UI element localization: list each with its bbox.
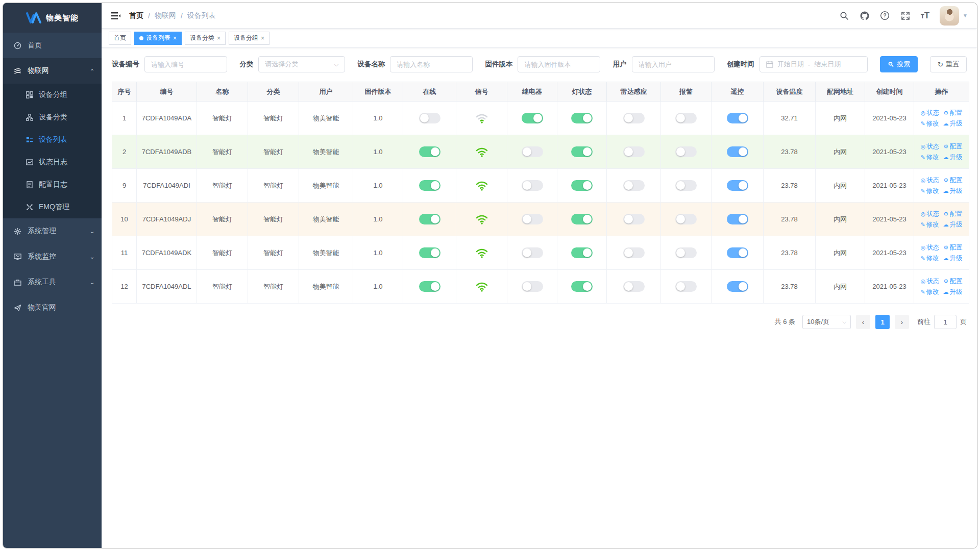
status-action-link[interactable]: ◎状态 xyxy=(921,242,940,253)
close-icon[interactable]: × xyxy=(261,35,264,42)
status-action-link[interactable]: ◎状态 xyxy=(921,175,940,186)
online-toggle[interactable] xyxy=(419,281,440,292)
radar-sense-toggle[interactable] xyxy=(623,113,645,123)
config-action-link[interactable]: ⚙︎配置 xyxy=(943,209,962,219)
github-icon[interactable] xyxy=(860,11,870,21)
edit-action-link[interactable]: ✎修改 xyxy=(920,186,939,196)
sidebar-item-config-log[interactable]: 配置日志 xyxy=(3,173,102,196)
sidebar-item-device-category[interactable]: 设备分类 xyxy=(3,106,102,129)
online-toggle[interactable] xyxy=(419,214,440,224)
prev-page-button[interactable]: ‹ xyxy=(856,315,870,329)
edit-action-link[interactable]: ✎修改 xyxy=(920,287,939,297)
remote-control-toggle[interactable] xyxy=(727,180,748,191)
edit-action-link[interactable]: ✎修改 xyxy=(920,219,939,230)
page-size-select[interactable]: 10条/页 ⌵ xyxy=(802,315,851,329)
alarm-toggle[interactable] xyxy=(675,214,697,224)
relay-toggle[interactable] xyxy=(522,146,543,157)
radar-sense-toggle[interactable] xyxy=(623,146,645,157)
config-action-link[interactable]: ⚙︎配置 xyxy=(943,141,962,152)
upgrade-action-link[interactable]: ☁︎升级 xyxy=(943,186,963,196)
close-icon[interactable]: × xyxy=(217,35,220,42)
tag-device-category[interactable]: 设备分类 × xyxy=(185,32,226,45)
firmware-input[interactable] xyxy=(518,56,600,72)
status-action-link[interactable]: ◎状态 xyxy=(921,276,940,287)
light-status-toggle[interactable] xyxy=(571,146,593,157)
tag-home[interactable]: 首页 xyxy=(109,32,131,45)
upgrade-action-link[interactable]: ☁︎升级 xyxy=(943,287,963,297)
radar-sense-toggle[interactable] xyxy=(623,281,645,292)
light-status-toggle[interactable] xyxy=(571,180,593,191)
alarm-toggle[interactable] xyxy=(675,146,697,157)
device-no-input[interactable] xyxy=(144,56,227,72)
sidebar-item-system-manage[interactable]: 系统管理 ⌄ xyxy=(3,218,102,244)
config-action-link[interactable]: ⚙︎配置 xyxy=(943,276,962,287)
alarm-toggle[interactable] xyxy=(675,247,697,258)
breadcrumb-home[interactable]: 首页 xyxy=(129,11,143,20)
user-input[interactable] xyxy=(632,56,715,72)
online-toggle[interactable] xyxy=(419,247,440,258)
relay-toggle[interactable] xyxy=(522,214,543,224)
sidebar-item-device-group[interactable]: 设备分组 xyxy=(3,84,102,106)
remote-control-toggle[interactable] xyxy=(727,113,748,123)
remote-control-toggle[interactable] xyxy=(727,247,748,258)
fullscreen-icon[interactable] xyxy=(900,11,911,21)
sidebar-item-official-site[interactable]: 物美官网 xyxy=(3,295,102,320)
goto-page-input[interactable] xyxy=(934,315,957,329)
alarm-toggle[interactable] xyxy=(675,113,697,123)
edit-action-link[interactable]: ✎修改 xyxy=(920,118,939,129)
radar-sense-toggle[interactable] xyxy=(623,214,645,224)
upgrade-action-link[interactable]: ☁︎升级 xyxy=(943,118,963,129)
user-menu[interactable]: ▼ xyxy=(940,6,968,26)
tag-device-list[interactable]: 设备列表 × xyxy=(134,32,182,45)
upgrade-action-link[interactable]: ☁︎升级 xyxy=(943,253,963,264)
alarm-toggle[interactable] xyxy=(675,281,697,292)
remote-control-toggle[interactable] xyxy=(727,281,748,292)
edit-action-link[interactable]: ✎修改 xyxy=(920,152,939,163)
edit-action-link[interactable]: ✎修改 xyxy=(920,253,939,264)
light-status-toggle[interactable] xyxy=(571,214,593,224)
online-toggle[interactable] xyxy=(419,146,440,157)
radar-sense-toggle[interactable] xyxy=(623,180,645,191)
config-action-link[interactable]: ⚙︎配置 xyxy=(943,242,962,253)
light-status-toggle[interactable] xyxy=(571,281,593,292)
next-page-button[interactable]: › xyxy=(895,315,909,329)
sidebar-item-system-tools[interactable]: 系统工具 ⌄ xyxy=(3,269,102,295)
date-range-picker[interactable]: 开始日期 - 结束日期 xyxy=(760,56,868,72)
status-action-link[interactable]: ◎状态 xyxy=(921,108,940,118)
config-action-link[interactable]: ⚙︎配置 xyxy=(943,108,962,118)
category-select[interactable]: 请选择分类 ⌵ xyxy=(258,56,345,72)
relay-toggle[interactable] xyxy=(522,180,543,191)
upgrade-action-link[interactable]: ☁︎升级 xyxy=(943,152,963,163)
sidebar-item-status-log[interactable]: 状态日志 xyxy=(3,151,102,173)
page-number-1[interactable]: 1 xyxy=(875,315,890,329)
light-status-toggle[interactable] xyxy=(571,247,593,258)
status-action-link[interactable]: ◎状态 xyxy=(921,209,940,219)
tag-device-group[interactable]: 设备分组 × xyxy=(229,32,270,45)
radar-sense-toggle[interactable] xyxy=(623,247,645,258)
sidebar-item-home[interactable]: 首页 xyxy=(3,33,102,58)
device-name-input[interactable] xyxy=(390,56,473,72)
sidebar-item-iot[interactable]: 物联网 ⌃ xyxy=(3,58,102,84)
online-toggle[interactable] xyxy=(419,113,440,123)
help-icon[interactable]: ? xyxy=(880,11,890,21)
sidebar-collapse-icon[interactable] xyxy=(111,11,121,21)
sidebar-item-system-monitor[interactable]: 系统监控 ⌄ xyxy=(3,244,102,269)
status-action-link[interactable]: ◎状态 xyxy=(921,141,940,152)
close-icon[interactable]: × xyxy=(173,35,177,42)
alarm-toggle[interactable] xyxy=(675,180,697,191)
avatar[interactable] xyxy=(940,6,959,26)
light-status-toggle[interactable] xyxy=(571,113,593,123)
logo-bar[interactable]: 物美智能 xyxy=(3,3,102,33)
upgrade-action-link[interactable]: ☁︎升级 xyxy=(943,219,963,230)
search-button[interactable]: 🔍︎ 搜索 xyxy=(880,56,918,72)
relay-toggle[interactable] xyxy=(522,281,543,292)
remote-control-toggle[interactable] xyxy=(727,146,748,157)
sidebar-item-device-list[interactable]: 设备列表 xyxy=(3,129,102,151)
relay-toggle[interactable] xyxy=(522,247,543,258)
online-toggle[interactable] xyxy=(419,180,440,191)
reset-button[interactable]: ↻ 重置 xyxy=(930,56,967,72)
sidebar-item-emq-manage[interactable]: EMQ管理 xyxy=(3,196,102,218)
font-size-icon[interactable]: TT xyxy=(921,11,929,21)
config-action-link[interactable]: ⚙︎配置 xyxy=(943,175,962,186)
relay-toggle[interactable] xyxy=(522,113,543,123)
